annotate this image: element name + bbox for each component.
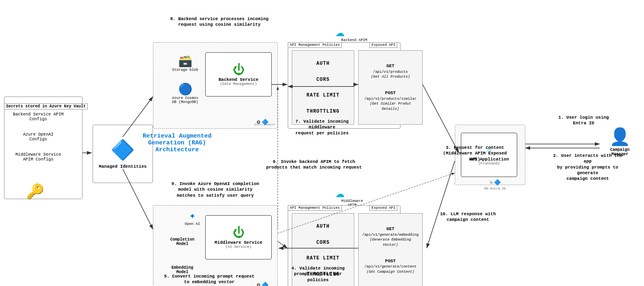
step-4-annotation: 4. Validate incomingprompt request perpo… (278, 265, 358, 283)
managed-identities-icon: 🔷 (111, 139, 135, 162)
step-10-annotation: 10. LLM response withcampaign content (435, 211, 501, 223)
step-7-annotation: 7. Validate incoming middlewarerequest p… (282, 119, 362, 136)
apim-backend-tag: API Management Policies (288, 42, 342, 48)
backend-service-label: Backend Service (219, 77, 258, 82)
env-icons-backend: ⚙️🔷 (257, 119, 268, 126)
step-5-annotation: 5. Convert incoming prompt requestto emb… (153, 274, 266, 285)
cosmos-db-label: Azure CosmosDB (MongoDB) (169, 96, 201, 104)
middleware-service-inner: ⏻ Middleware Service (AI Service) (205, 215, 272, 259)
rag-title: Retrieval Augmented Generation (RAG) Arc… (133, 133, 221, 153)
ms-entra-badge: ⚛ 🔷 MS Entra ID (481, 179, 509, 190)
kv-item-1: Backend Service APIMConfigs (4, 112, 72, 121)
policy-ratelimit-2: RATE LIMIT (306, 255, 339, 261)
api-get-embedding: GET /api/v1/generate/embedding (Generate… (362, 226, 419, 247)
embedding-model-label: EmbeddingModel (164, 265, 200, 274)
env-icons-ai: ⚙️🔷 (257, 282, 268, 286)
policy-throttling-1: THROTTLING (306, 109, 339, 114)
key-vault-title: Secrets stored in Azure Key Vault (4, 103, 88, 109)
exposed-api-backend-tag: Exposed API (369, 42, 397, 48)
storage-blob-icon: 🗃️ Storage blob (169, 54, 201, 72)
policy-auth-1: AUTH (316, 61, 330, 66)
backend-power-icon: ⏻ (233, 63, 245, 77)
key-icon: 🔑 (26, 183, 44, 201)
openai-icon: ✦ Open AI (180, 209, 204, 226)
campaign-manager: 👤 Campaign Manager (604, 127, 636, 156)
middleware-service-sublabel: (AI Service) (225, 245, 252, 249)
policy-ratelimit-1: RATE LIMIT (306, 93, 339, 98)
diagram-container: Secrets stored in Azure Key Vault Backen… (0, 0, 644, 286)
api-post-content: POST /api/v1/generate/content (Get Campa… (364, 258, 417, 275)
openai-label: Open AI (180, 222, 204, 226)
cosmos-db-icon: 🔵 Azure CosmosDB (MongoDB) (169, 82, 201, 104)
step-3-annotation: 3. Request for content(Middleware APIM E… (435, 145, 515, 162)
exposed-api-backend: GET /api/v1/products (Get All Products) … (358, 50, 423, 125)
exposed-api-mid-tag: Exposed API (369, 205, 397, 211)
svg-line-11 (427, 161, 455, 248)
person-icon: 👤 (604, 127, 636, 148)
policy-cors-2: CORS (316, 240, 330, 245)
step-8-annotation: 8. Backend service processes incomingreq… (157, 16, 282, 28)
backend-service-sublabel: (Data Management) (220, 82, 257, 86)
policy-auth-2: AUTH (316, 224, 330, 229)
storage-blob-label: Storage blob (169, 68, 201, 72)
backend-service-inner: ⏻ Backend Service (Data Management) (205, 52, 272, 97)
kv-item-2: Azure OpenAIConfigs (4, 132, 72, 142)
entra-icon-1: ⚛ (489, 179, 493, 186)
apim-backend-policies: AUTH CORS RATE LIMIT THROTTLING (292, 50, 354, 125)
kv-item-3: Middleware ServiceAPIM Configs (4, 152, 72, 162)
svg-line-10 (423, 84, 459, 153)
web-app-sublabel: (Frontend) (478, 162, 500, 166)
completion-model-label: CompletionModel (164, 237, 200, 246)
ms-entra-label: MS Entra ID (481, 187, 509, 190)
middleware-service-label: Middleware Service (215, 240, 262, 245)
apim-mid-tag: API Management Policies (288, 205, 342, 211)
svg-line-7 (278, 241, 287, 248)
step-6-annotation: 6. Invoke backend APIM to fetchproducts … (266, 159, 362, 171)
step-9-annotation: 9. Invoke Azure OpenAI completionmodel w… (151, 181, 280, 198)
managed-identities-label: Managed Identities (99, 164, 147, 169)
exposed-api-middleware: GET /api/v1/generate/embedding (Generate… (358, 213, 423, 286)
api-post-products-similar: POST /api/v1/products/similar (Get Simil… (361, 90, 420, 111)
cloud-backend-label: Backend APIM (338, 38, 370, 42)
policy-cors-1: CORS (316, 77, 330, 82)
step-2-annotation: 2. User interacts with the appby providi… (551, 153, 624, 181)
step-1-annotation: 1. User login usingEntra ID (551, 115, 616, 126)
entra-icon-2: 🔷 (494, 179, 501, 186)
middleware-power-icon: ⏻ (233, 226, 245, 240)
api-get-products: GET /api/v1/products (Get All Products) (371, 63, 410, 80)
